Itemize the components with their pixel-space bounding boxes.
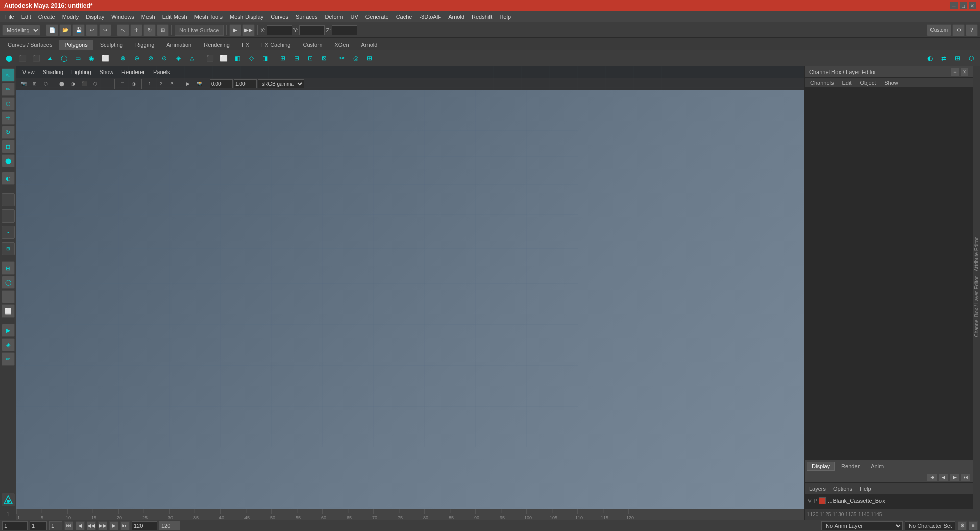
menu-3dtall[interactable]: -3DtoAll- bbox=[416, 13, 444, 21]
playblast[interactable]: ▶ bbox=[183, 79, 193, 89]
close-button[interactable]: ✕ bbox=[969, 2, 976, 9]
scale-button[interactable]: ⊞ bbox=[2, 140, 15, 153]
cylinder-tool[interactable]: ⬛ bbox=[30, 52, 43, 65]
hypershade[interactable]: ◈ bbox=[2, 338, 15, 351]
symmetry-icon[interactable]: ⇄ bbox=[937, 52, 950, 65]
multi-cut-tool[interactable]: ✂ bbox=[335, 52, 349, 65]
menu-help[interactable]: Help bbox=[496, 13, 514, 21]
settings-icon-btn[interactable]: ⚙ bbox=[958, 521, 967, 530]
tab-polygons[interactable]: Polygons bbox=[59, 40, 93, 50]
channel-box-layer-editor-tab[interactable]: Channel Box / Layer Editor bbox=[974, 276, 979, 337]
minimize-button[interactable]: ─ bbox=[950, 2, 958, 9]
exposure-input[interactable] bbox=[210, 79, 233, 88]
select-tool-button[interactable]: ↖ bbox=[117, 24, 129, 36]
bevel-tool[interactable]: ◧ bbox=[231, 52, 244, 65]
display-1[interactable]: 1 bbox=[144, 79, 155, 89]
wireframe-toggle[interactable]: ⬡ bbox=[41, 79, 51, 89]
tab-xgen[interactable]: XGen bbox=[329, 40, 354, 50]
layers-tab[interactable]: Layers bbox=[807, 485, 828, 492]
triangulate-tool[interactable]: △ bbox=[185, 52, 199, 65]
shading-menu[interactable]: Shading bbox=[41, 68, 65, 76]
take-snapshot[interactable]: 📸 bbox=[194, 79, 204, 89]
target-weld-tool[interactable]: ◎ bbox=[349, 52, 362, 65]
keep-faces-together-icon[interactable]: ⬡ bbox=[965, 52, 978, 65]
new-scene-button[interactable]: 📄 bbox=[46, 24, 58, 36]
menu-mesh[interactable]: Mesh bbox=[138, 13, 158, 21]
step-forward-button[interactable]: ▶ bbox=[109, 521, 118, 530]
xray-toggle[interactable]: ◑ bbox=[129, 79, 139, 89]
maya-icon[interactable] bbox=[2, 493, 15, 506]
cone-tool[interactable]: ▲ bbox=[43, 52, 57, 65]
menu-edit-mesh[interactable]: Edit Mesh bbox=[159, 13, 190, 21]
x-input[interactable] bbox=[267, 25, 292, 35]
flat-shade-all[interactable]: ⬛ bbox=[79, 79, 89, 89]
skip-to-end-button[interactable]: ⏭ bbox=[120, 521, 130, 530]
plane-tool[interactable]: ▭ bbox=[71, 52, 84, 65]
select-mode-button[interactable]: ↖ bbox=[2, 68, 15, 82]
options-tab[interactable]: Options bbox=[831, 485, 854, 492]
menu-generate[interactable]: Generate bbox=[362, 13, 392, 21]
step-back-button[interactable]: ◀ bbox=[76, 521, 85, 530]
tab-rigging[interactable]: Rigging bbox=[130, 40, 160, 50]
y-input[interactable] bbox=[299, 25, 325, 35]
poke-tool[interactable]: ◇ bbox=[244, 52, 258, 65]
display-tab[interactable]: Display bbox=[807, 462, 835, 471]
layer-playback[interactable]: P bbox=[814, 498, 817, 504]
mirror-tool[interactable]: ⊘ bbox=[158, 52, 171, 65]
component-mode-edges[interactable]: — bbox=[2, 209, 15, 223]
menu-file[interactable]: File bbox=[2, 13, 17, 21]
redo-button[interactable]: ↪ bbox=[99, 24, 111, 36]
tab-sculpting[interactable]: Sculpting bbox=[94, 40, 129, 50]
show-menu[interactable]: Show bbox=[97, 68, 116, 76]
color-space-dropdown[interactable]: sRGB gamma bbox=[258, 79, 304, 88]
rotate-button[interactable]: ↻ bbox=[2, 126, 15, 139]
grid-toggle[interactable]: ⊞ bbox=[30, 79, 40, 89]
connect-tool[interactable]: ⊡ bbox=[304, 52, 317, 65]
skip-to-start-button[interactable]: ⏮ bbox=[64, 521, 74, 530]
frame-end-input[interactable] bbox=[132, 521, 157, 530]
insert-edge-loop-tool[interactable]: ⊞ bbox=[276, 52, 289, 65]
merge-tool[interactable]: ⊞ bbox=[363, 52, 376, 65]
camera-tools[interactable]: 📷 bbox=[18, 79, 29, 89]
component-mode-uvs[interactable]: ⊞ bbox=[2, 242, 15, 255]
current-frame-input[interactable] bbox=[30, 521, 47, 530]
character-set-button[interactable]: No Character Set bbox=[905, 521, 955, 530]
wireframe-all[interactable]: ⬡ bbox=[90, 79, 101, 89]
preferences-icon-btn[interactable]: ≡ bbox=[969, 521, 978, 530]
z-input[interactable] bbox=[332, 25, 357, 35]
points-mode[interactable]: · bbox=[102, 79, 112, 89]
play-forward-button[interactable]: ▶▶ bbox=[98, 521, 107, 530]
detach-tool[interactable]: ⊠ bbox=[317, 52, 331, 65]
render-view[interactable]: ▶ bbox=[2, 324, 15, 337]
wedge-tool[interactable]: ◨ bbox=[258, 52, 272, 65]
menu-edit[interactable]: Edit bbox=[18, 13, 34, 21]
lasso-button[interactable]: ⬡ bbox=[2, 97, 15, 110]
preserve-uv-icon[interactable]: ⊞ bbox=[951, 52, 964, 65]
save-scene-button[interactable]: 💾 bbox=[72, 24, 85, 36]
viewport[interactable]: View Shading Lighting Show Renderer Pane… bbox=[16, 66, 804, 509]
smooth-shade-selected[interactable]: ◑ bbox=[68, 79, 78, 89]
layer-visibility[interactable]: V bbox=[808, 498, 812, 504]
timeline-ruler[interactable]: 1 5 10 15 20 25 30 35 40 45 50 55 60 bbox=[16, 509, 804, 520]
lighting-menu[interactable]: Lighting bbox=[69, 68, 93, 76]
bounding-box-toggle[interactable]: □ bbox=[117, 79, 128, 89]
move-tool-button[interactable]: ✛ bbox=[130, 24, 142, 36]
rp-btn1[interactable]: ⏮ bbox=[927, 473, 937, 481]
rotate-tool-button[interactable]: ↻ bbox=[143, 24, 156, 36]
attribute-editor-tab[interactable]: Attribute Editor bbox=[974, 237, 979, 271]
channel-box-collapse[interactable]: − bbox=[951, 68, 959, 76]
tab-fx-caching[interactable]: FX Caching bbox=[256, 40, 296, 50]
snap-to-curve[interactable]: ◯ bbox=[2, 276, 15, 289]
tab-fx[interactable]: FX bbox=[236, 40, 255, 50]
paint-select-button[interactable]: ✏ bbox=[2, 83, 15, 96]
bridge-tool[interactable]: ⬜ bbox=[217, 52, 230, 65]
maximize-button[interactable]: □ bbox=[960, 2, 967, 9]
menu-mesh-tools[interactable]: Mesh Tools bbox=[191, 13, 226, 21]
help2-button[interactable]: ? bbox=[966, 24, 978, 36]
booleans-tool[interactable]: ⊗ bbox=[144, 52, 157, 65]
gamma-input[interactable] bbox=[234, 79, 257, 88]
menu-mesh-display[interactable]: Mesh Display bbox=[227, 13, 266, 21]
menu-modify[interactable]: Modify bbox=[59, 13, 82, 21]
separate-tool[interactable]: ⊖ bbox=[130, 52, 143, 65]
renderer-menu[interactable]: Renderer bbox=[119, 68, 147, 76]
